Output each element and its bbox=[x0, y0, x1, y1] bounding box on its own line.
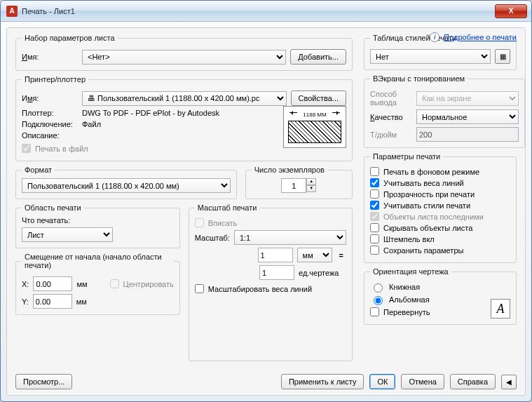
opt-stamp-label: Штемпель вкл bbox=[383, 235, 435, 243]
plot-to-file-label: Печать в файл bbox=[35, 145, 88, 153]
opt-paperspace-last-label: Объекты листа последними bbox=[383, 213, 484, 221]
plotter-label: Плоттер: bbox=[22, 109, 78, 117]
plotter-value: DWG To PDF - PDF ePlot - by Autodesk bbox=[82, 109, 219, 117]
offset-group: Смещение от начала (начало области печат… bbox=[15, 253, 180, 315]
quality-select[interactable]: Нормальное bbox=[416, 109, 519, 124]
orientation-group: Ориентация чертежа Книжная Альбомная Пер… bbox=[364, 267, 517, 325]
opt-lineweights-label: Учитывать веса линий bbox=[383, 179, 464, 187]
preview-dimension: 1188 MM bbox=[297, 112, 332, 118]
printer-name-select[interactable]: 🖶 Пользовательский 1 (1188.00 x 420.00 м… bbox=[82, 91, 287, 106]
copies-input[interactable] bbox=[281, 178, 306, 193]
shaded-viewport-group: ВЭкраны с тонированием Способ выводаКак … bbox=[364, 74, 525, 148]
offset-x-input[interactable] bbox=[33, 276, 72, 291]
copies-down[interactable]: ▼ bbox=[306, 185, 316, 192]
offset-y-input[interactable] bbox=[33, 294, 72, 309]
paper-preview: 1188 MM bbox=[283, 106, 346, 148]
help-area: i Подробнее о печати bbox=[430, 32, 517, 42]
scale-num-input[interactable] bbox=[258, 248, 293, 262]
connection-label: Подключение: bbox=[22, 120, 78, 128]
printer-legend: Принтер/плоттер bbox=[22, 75, 88, 83]
opt-background-label: Печать в фоновом режиме bbox=[383, 168, 479, 176]
edit-style-button[interactable]: ▦ bbox=[495, 49, 510, 64]
scale-den-unit: ед.чертежа bbox=[299, 269, 346, 277]
orient-landscape-label: Альбомная bbox=[389, 295, 430, 304]
printer-group: Принтер/плоттер Имя: 🖶 Пользовательский … bbox=[15, 75, 353, 161]
plot-options-legend: Параметры печати bbox=[370, 152, 443, 161]
window-title: Печать - Лист1 bbox=[22, 7, 495, 15]
what-to-plot-label: Что печатать: bbox=[22, 216, 174, 225]
offset-y-label: Y: bbox=[22, 297, 29, 306]
opt-stamp-checkbox[interactable] bbox=[370, 234, 379, 243]
what-to-plot-select[interactable]: Лист bbox=[22, 227, 113, 242]
page-setup-legend: Набор параметров листа bbox=[22, 34, 118, 42]
scale-den-input[interactable] bbox=[259, 265, 294, 280]
help-button[interactable]: Справка bbox=[450, 374, 496, 389]
paper-size-legend: Формат bbox=[22, 166, 55, 174]
preview-button[interactable]: Просмотр... bbox=[15, 374, 72, 389]
scale-label: Масштаб: bbox=[195, 234, 230, 242]
opt-save-checkbox[interactable] bbox=[370, 246, 379, 255]
page-setup-name-label: Имя: bbox=[22, 53, 78, 61]
copies-legend: Число экземпляров bbox=[252, 166, 327, 174]
orient-landscape-radio[interactable] bbox=[374, 296, 383, 305]
opt-transparency-checkbox[interactable] bbox=[370, 189, 379, 199]
orient-upside-checkbox[interactable] bbox=[370, 307, 379, 316]
scale-lineweights-checkbox[interactable] bbox=[195, 284, 204, 293]
help-link[interactable]: Подробнее о печати bbox=[444, 33, 517, 41]
apply-button[interactable]: Применить к листу bbox=[281, 374, 364, 389]
offset-x-unit: мм bbox=[76, 280, 87, 288]
paper-size-group: Формат Пользовательский 1 (1188.00 x 420… bbox=[15, 166, 237, 199]
description-label: Описание: bbox=[22, 131, 78, 140]
page-setup-name-select[interactable]: <Нет> bbox=[82, 50, 286, 65]
dpi-label: Т/дюйм bbox=[370, 130, 412, 139]
shade-mode-label: Способ вывода bbox=[370, 90, 412, 107]
fit-to-paper-checkbox bbox=[195, 218, 204, 227]
offset-legend: Смещение от начала (начало области печат… bbox=[22, 253, 174, 269]
paper-size-select[interactable]: Пользовательский 1 (1188.00 x 420.00 мм) bbox=[22, 178, 231, 193]
close-button[interactable]: X bbox=[495, 4, 527, 18]
printer-name-label: Имя: bbox=[22, 94, 78, 102]
orient-upside-label: Перевернуть bbox=[383, 308, 430, 316]
connection-value: Файл bbox=[82, 120, 101, 128]
titlebar[interactable]: A Печать - Лист1 X bbox=[1, 1, 531, 22]
plot-scale-legend: Масштаб печати bbox=[195, 203, 260, 212]
ok-button[interactable]: ОК bbox=[369, 374, 395, 389]
cancel-button[interactable]: Отмена bbox=[401, 374, 444, 389]
opt-hide-checkbox[interactable] bbox=[370, 223, 379, 232]
center-checkbox bbox=[110, 279, 119, 288]
add-page-setup-button[interactable]: Добавить... bbox=[290, 49, 346, 65]
shaded-viewport-legend: ВЭкраны с тонированием bbox=[370, 74, 468, 83]
scale-unit-select[interactable]: мм bbox=[297, 248, 332, 262]
info-icon: i bbox=[430, 32, 439, 42]
plot-options-group: Параметры печати Печать в фоновом режиме… bbox=[364, 152, 517, 263]
page-setup-group: Набор параметров листа Имя: <Нет> Добави… bbox=[15, 34, 353, 71]
fit-to-paper-label: Вписать bbox=[208, 219, 238, 227]
app-icon: A bbox=[6, 6, 18, 17]
offset-y-unit: мм bbox=[76, 297, 87, 306]
scale-select[interactable]: 1:1 bbox=[234, 230, 346, 245]
collapse-button[interactable]: ◀ bbox=[501, 375, 517, 389]
orientation-icon: A bbox=[491, 299, 510, 319]
opt-background-checkbox[interactable] bbox=[370, 167, 379, 176]
dpi-input bbox=[416, 127, 519, 142]
plot-style-table-select[interactable]: Нет bbox=[370, 49, 491, 64]
opt-paperspace-last-checkbox bbox=[370, 212, 379, 221]
plot-to-file-checkbox bbox=[22, 144, 31, 153]
print-dialog-window: A Печать - Лист1 X i Подробнее о печати … bbox=[0, 0, 532, 402]
copies-up[interactable]: ▲ bbox=[306, 178, 316, 185]
plot-area-group: Область печати Что печатать: Лист bbox=[15, 203, 180, 248]
opt-plotstyles-checkbox[interactable] bbox=[370, 201, 379, 210]
opt-transparency-label: Прозрачность при печати bbox=[383, 190, 475, 199]
offset-x-label: X: bbox=[22, 280, 29, 288]
quality-label: Качество bbox=[370, 113, 412, 121]
center-label: Центрировать bbox=[123, 280, 174, 288]
opt-lineweights-checkbox[interactable] bbox=[370, 178, 379, 187]
printer-properties-button[interactable]: Свойства... bbox=[291, 91, 346, 106]
scale-lineweights-label: Масштабировать веса линий bbox=[208, 285, 312, 293]
equals-icon: = bbox=[336, 251, 346, 260]
shade-mode-select: Как на экране bbox=[416, 91, 519, 106]
orientation-legend: Ориентация чертежа bbox=[370, 267, 451, 276]
plot-area-legend: Область печати bbox=[22, 203, 84, 212]
orient-portrait-radio[interactable] bbox=[374, 283, 383, 293]
opt-hide-label: Скрывать объекты листа bbox=[383, 224, 472, 232]
